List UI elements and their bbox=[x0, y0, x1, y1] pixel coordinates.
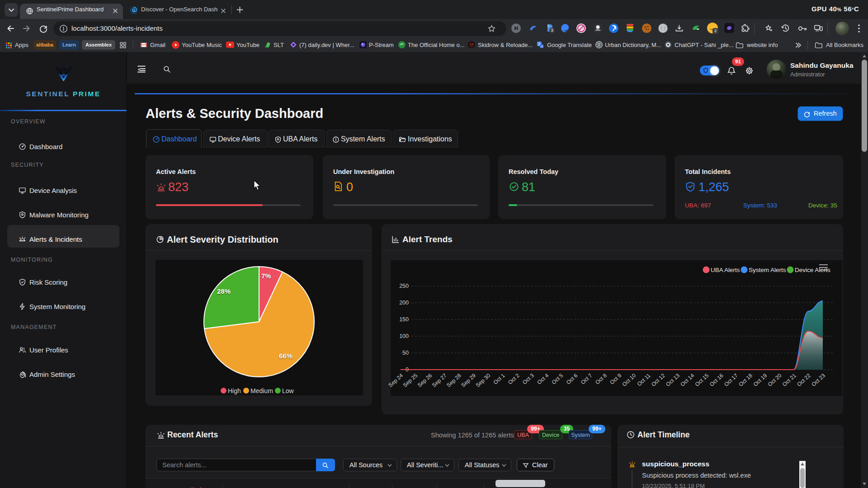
svg-text:Oct 12: Oct 12 bbox=[650, 372, 666, 388]
svg-text:Oct 4: Oct 4 bbox=[536, 372, 550, 386]
svg-text:Oct 6: Oct 6 bbox=[565, 372, 579, 386]
svg-text:Oct 2: Oct 2 bbox=[507, 372, 521, 386]
svg-text:Oct 3: Oct 3 bbox=[521, 372, 535, 386]
svg-text:100: 100 bbox=[399, 333, 409, 339]
svg-text:Oct 7: Oct 7 bbox=[580, 372, 594, 386]
svg-text:50: 50 bbox=[402, 350, 409, 356]
svg-text:Oct 16: Oct 16 bbox=[708, 372, 725, 388]
svg-text:Sep 27: Sep 27 bbox=[431, 372, 448, 389]
svg-text:Sep 29: Sep 29 bbox=[460, 372, 477, 389]
svg-text:Oct 17: Oct 17 bbox=[723, 372, 739, 388]
svg-text:Oct 18: Oct 18 bbox=[737, 372, 754, 388]
svg-text:Oct 22: Oct 22 bbox=[796, 372, 812, 388]
svg-text:Oct 8: Oct 8 bbox=[594, 372, 608, 386]
svg-text:Oct 20: Oct 20 bbox=[767, 372, 783, 388]
svg-text:Oct 21: Oct 21 bbox=[781, 372, 797, 388]
svg-text:250: 250 bbox=[399, 283, 409, 289]
svg-text:G: G bbox=[540, 45, 542, 48]
svg-text:Sep 26: Sep 26 bbox=[416, 372, 434, 389]
svg-text:Sep 28: Sep 28 bbox=[445, 372, 462, 389]
svg-text:Oct 9: Oct 9 bbox=[609, 372, 623, 386]
svg-text:UBA Alerts: UBA Alerts bbox=[711, 267, 740, 273]
svg-text:Oct 10: Oct 10 bbox=[621, 372, 637, 388]
svg-text:Oct 5: Oct 5 bbox=[551, 372, 565, 386]
svg-text:Oct 11: Oct 11 bbox=[636, 372, 652, 388]
svg-text:Sep 25: Sep 25 bbox=[402, 372, 419, 389]
svg-text:Oct 15: Oct 15 bbox=[694, 372, 710, 388]
svg-text:Sep 24: Sep 24 bbox=[387, 372, 404, 389]
svg-text:Oct 13: Oct 13 bbox=[665, 372, 681, 388]
svg-text:Oct 19: Oct 19 bbox=[752, 372, 769, 388]
svg-text:200: 200 bbox=[399, 300, 409, 306]
svg-text:Oct 1: Oct 1 bbox=[492, 372, 506, 386]
svg-text:Sep 30: Sep 30 bbox=[475, 372, 492, 389]
svg-text:System Alerts: System Alerts bbox=[749, 267, 786, 273]
svg-text:Oct 14: Oct 14 bbox=[679, 372, 695, 388]
svg-text:150: 150 bbox=[399, 316, 409, 323]
svg-text:Oct 23: Oct 23 bbox=[810, 372, 826, 388]
